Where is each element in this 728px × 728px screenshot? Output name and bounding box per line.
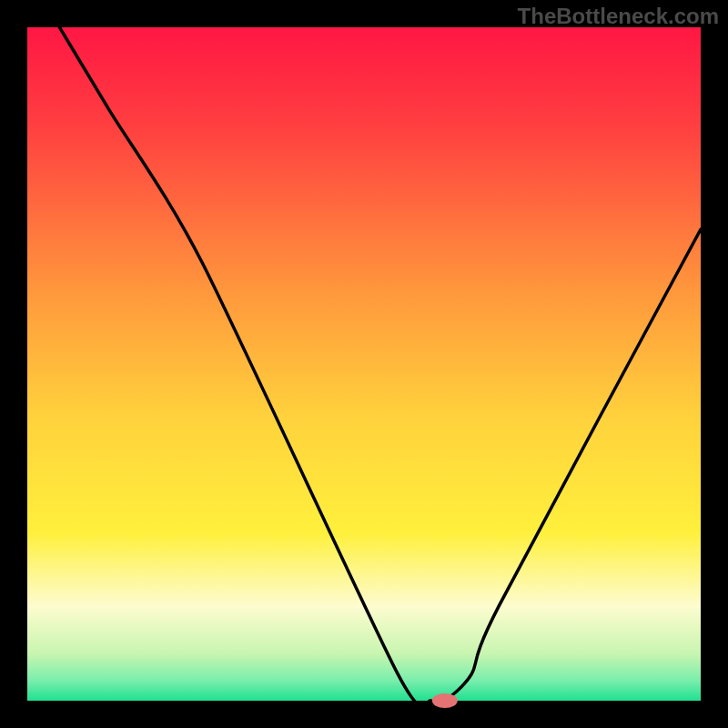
optimal-marker (432, 693, 458, 708)
plot-background (27, 27, 701, 701)
bottleneck-chart (0, 0, 728, 728)
chart-container: TheBottleneck.com (0, 0, 728, 728)
watermark-label: TheBottleneck.com (518, 4, 719, 29)
